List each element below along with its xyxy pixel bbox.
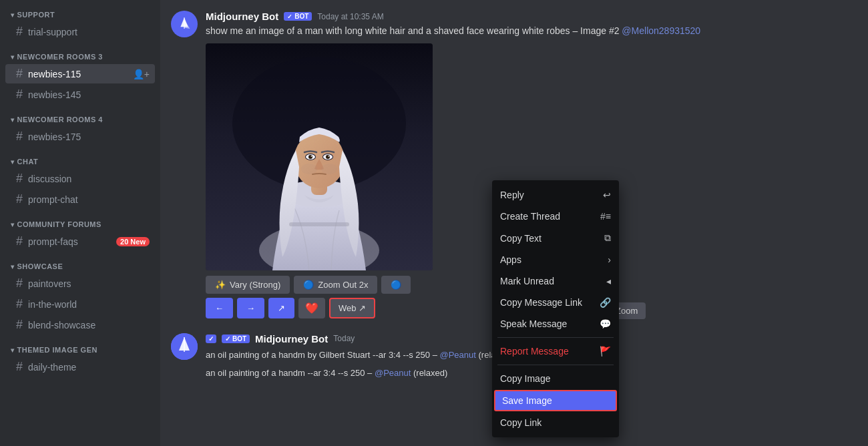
svg-point-15: [308, 155, 312, 159]
ctx-copy-message-link[interactable]: Copy Message Link 🔗: [492, 292, 619, 313]
hash-icon: #: [16, 276, 23, 290]
message-header: Midjourney Bot ✓ BOT Today at 10:35 AM: [206, 11, 857, 22]
web-button[interactable]: Web ↗: [329, 298, 375, 318]
hash-icon: #: [16, 87, 23, 101]
chevron-icon: ▾: [11, 347, 15, 354]
mention[interactable]: @Mellon28931520: [622, 25, 700, 36]
sidebar-item-prompt-chat[interactable]: # prompt-chat: [5, 190, 155, 209]
ctx-separator: [497, 337, 614, 338]
sidebar-item-trial-support[interactable]: # trial-support: [5, 22, 155, 41]
sidebar-item-newbies-145[interactable]: # newbies-145: [5, 85, 155, 104]
svg-point-19: [301, 164, 317, 174]
chevron-icon: ▾: [11, 263, 15, 270]
sidebar-item-paintovers[interactable]: # paintovers: [5, 274, 155, 293]
second-bot-badge: ✓ BOT: [222, 334, 250, 343]
new-badge: 20 New: [116, 237, 150, 246]
ctx-copy-image[interactable]: Copy Image: [492, 368, 619, 389]
second-message-timestamp: Today: [333, 334, 355, 343]
bot-badge: ✓ BOT: [284, 12, 312, 21]
ctx-apps[interactable]: Apps ›: [492, 249, 619, 270]
hash-icon: #: [16, 67, 23, 81]
chevron-right-icon: ›: [608, 254, 611, 265]
svg-point-18: [329, 156, 330, 157]
ctx-separator-2: [497, 365, 614, 365]
speak-icon: 💬: [600, 318, 611, 329]
message-text: show me an image of a man with long whit…: [206, 25, 857, 38]
message-author: Midjourney Bot: [206, 11, 278, 22]
category-newcomer-rooms-3[interactable]: ▾ NEWCOMER ROOMS 3: [0, 42, 160, 63]
sidebar-item-discussion[interactable]: # discussion: [5, 169, 155, 188]
hash-icon: #: [16, 172, 23, 186]
hash-icon: #: [16, 297, 23, 311]
chevron-icon: ▾: [11, 11, 15, 19]
sidebar-item-in-the-world[interactable]: # in-the-world: [5, 294, 155, 314]
arrow-upright-button[interactable]: ↗: [268, 298, 294, 318]
zoom-out-other-button[interactable]: 🔵: [381, 276, 411, 294]
category-themed-image-gen[interactable]: ▾ THEMED IMAGE GEN: [0, 335, 160, 357]
svg-point-17: [311, 156, 312, 157]
ctx-copy-text[interactable]: Copy Text ⧉: [492, 227, 619, 249]
ctx-speak-message[interactable]: Speak Message 💬: [492, 313, 619, 334]
ctx-copy-link[interactable]: Copy Link: [492, 412, 619, 433]
category-chat[interactable]: ▾ CHAT: [0, 147, 160, 168]
arrow-left-button[interactable]: ←: [206, 298, 233, 318]
avatar: [171, 11, 198, 37]
sidebar-item-newbies-175[interactable]: # newbies-175: [5, 127, 155, 146]
sidebar: ▾ SUPPORT # trial-support ▾ NEWCOMER ROO…: [0, 0, 160, 446]
third-mention[interactable]: @Peanut: [375, 368, 411, 378]
vary-strong-button[interactable]: ✨ ✨ Vary (Strong) Vary (Strong): [206, 276, 290, 294]
heart-button[interactable]: ❤️: [298, 298, 325, 318]
arrow-right-button[interactable]: →: [237, 298, 264, 318]
hash-icon: #: [16, 360, 23, 374]
context-menu: Reply ↩ Create Thread #≡ Copy Text ⧉ App…: [492, 180, 619, 437]
main-content: Midjourney Bot ✓ BOT Today at 10:35 AM s…: [160, 0, 868, 446]
category-community-forums[interactable]: ▾ COMMUNITY FORUMS: [0, 210, 160, 231]
user-plus-icon: 👤+: [133, 69, 150, 79]
second-avatar: [171, 333, 198, 360]
copy-icon: ⧉: [604, 232, 611, 244]
category-support[interactable]: ▾ SUPPORT: [0, 0, 160, 21]
ctx-reply[interactable]: Reply ↩: [492, 184, 619, 206]
message-timestamp: Today at 10:35 AM: [317, 12, 383, 21]
reply-icon: ↩: [603, 190, 611, 200]
zoom-out-2x-button[interactable]: 🔵 Zoom Out 2x: [294, 276, 377, 294]
sidebar-item-prompt-faqs[interactable]: # prompt-faqs 20 New: [5, 232, 155, 251]
sidebar-item-daily-theme[interactable]: # daily-theme: [5, 357, 155, 377]
chevron-icon: ▾: [11, 116, 15, 124]
second-bot-icon: ✓: [206, 334, 216, 343]
link-icon: 🔗: [600, 297, 611, 308]
chevron-icon: ▾: [11, 158, 15, 166]
hash-icon: #: [16, 130, 23, 144]
hash-icon: #: [16, 234, 23, 248]
ctx-create-thread[interactable]: Create Thread #≡: [492, 206, 619, 227]
check-icon: ✓: [287, 13, 292, 20]
hash-icon: #: [16, 25, 23, 39]
svg-point-16: [326, 155, 330, 159]
hash-icon: #: [16, 192, 23, 206]
chevron-icon: ▾: [11, 53, 15, 61]
second-mention[interactable]: @Peanut: [439, 350, 475, 360]
category-newcomer-rooms-4[interactable]: ▾ NEWCOMER ROOMS 4: [0, 105, 160, 126]
flag-icon: 🚩: [600, 346, 611, 357]
ctx-save-image[interactable]: Save Image: [494, 390, 617, 411]
sidebar-item-newbies-115[interactable]: # newbies-115 👤+: [5, 64, 155, 83]
chevron-icon: ▾: [11, 221, 15, 228]
ctx-mark-unread[interactable]: Mark Unread ◂: [492, 270, 619, 292]
mark-unread-icon: ◂: [606, 276, 611, 286]
thread-icon: #≡: [600, 211, 611, 222]
ctx-report-message[interactable]: Report Message 🚩: [492, 341, 619, 362]
message-image: [206, 43, 433, 270]
hash-icon: #: [16, 318, 23, 332]
second-message-author: Midjourney Bot: [255, 333, 328, 345]
svg-point-20: [321, 164, 337, 174]
svg-rect-21: [289, 222, 349, 226]
sidebar-item-blend-showcase[interactable]: # blend-showcase: [5, 315, 155, 334]
category-showcase[interactable]: ▾ SHOWCASE: [0, 252, 160, 273]
